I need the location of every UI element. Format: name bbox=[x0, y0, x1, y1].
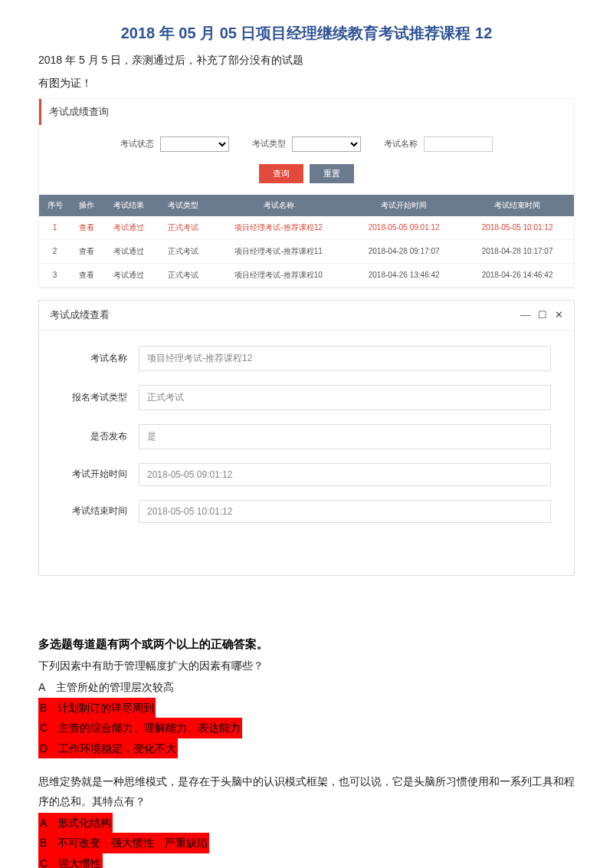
table-cell: 3 bbox=[39, 263, 70, 287]
table-cell: 2018-04-28 10:17:07 bbox=[461, 239, 574, 263]
question-text: 思维定势就是一种思维模式，是存在于头脑中的认识模式框架，也可以说，它是头脑所习惯… bbox=[38, 772, 575, 810]
table-row[interactable]: 3查看考试通过正式考试项目经理考试-推荐课程102018-04-26 13:46… bbox=[39, 263, 574, 287]
detail-label: 考试结束时间 bbox=[62, 505, 139, 518]
results-table: 序号操作考试结果考试类型考试名称考试开始时间考试结束时间 1查看考试通过正式考试… bbox=[39, 195, 574, 288]
intro-line-1: 2018 年 5 月 5 日，亲测通过后，补充了部分没有的试题 bbox=[38, 51, 575, 68]
detail-row: 考试开始时间2018-05-05 09:01:12 bbox=[62, 463, 551, 486]
table-cell: 1 bbox=[39, 216, 70, 240]
detail-value: 2018-05-05 09:01:12 bbox=[139, 463, 551, 486]
table-row[interactable]: 2查看考试通过正式考试项目经理考试-推荐课程112018-04-28 09:17… bbox=[39, 239, 574, 263]
detail-row: 报名考试类型正式考试 bbox=[62, 385, 551, 410]
table-cell: 考试通过 bbox=[102, 239, 156, 263]
page-title: 2018 年 05 月 05 日项目经理继续教育考试推荐课程 12 bbox=[38, 23, 575, 44]
view-link[interactable]: 查看 bbox=[70, 239, 102, 263]
maximize-icon[interactable]: ☐ bbox=[538, 309, 547, 321]
view-link[interactable]: 查看 bbox=[70, 263, 102, 287]
detail-row: 是否发布是 bbox=[62, 424, 551, 449]
detail-value: 2018-05-05 10:01:12 bbox=[139, 500, 551, 523]
table-cell: 2018-05-05 10:01:12 bbox=[461, 216, 574, 240]
query-button[interactable]: 查询 bbox=[259, 164, 303, 183]
table-header: 考试结果 bbox=[102, 195, 156, 216]
table-cell: 正式考试 bbox=[156, 216, 209, 240]
detail-value: 项目经理考试-推荐课程12 bbox=[139, 346, 551, 371]
answer-option: D 工作环境稳定，变化不大 bbox=[38, 738, 178, 759]
detail-row: 考试名称项目经理考试-推荐课程12 bbox=[62, 346, 551, 371]
table-cell: 项目经理考试-推荐课程11 bbox=[210, 239, 347, 263]
question-text: 下列因素中有助于管理幅度扩大的因素有哪些？ bbox=[38, 656, 575, 676]
table-header: 考试结束时间 bbox=[461, 195, 574, 216]
table-cell: 项目经理考试-推荐课程10 bbox=[210, 263, 347, 287]
table-row[interactable]: 1查看考试通过正式考试项目经理考试-推荐课程122018-05-05 09:01… bbox=[39, 216, 574, 240]
minimize-icon[interactable]: — bbox=[520, 309, 530, 321]
type-label: 考试类型 bbox=[252, 138, 286, 150]
section-heading: 多选题每道题有两个或两个以上的正确答案。 bbox=[38, 637, 575, 652]
status-label: 考试状态 bbox=[120, 138, 154, 150]
close-icon[interactable]: ✕ bbox=[555, 309, 563, 321]
reset-button[interactable]: 重置 bbox=[310, 164, 354, 183]
intro-line-2: 有图为证！ bbox=[38, 74, 575, 91]
detail-panel: 考试成绩查看 — ☐ ✕ 考试名称项目经理考试-推荐课程12报名考试类型正式考试… bbox=[38, 300, 575, 576]
detail-label: 考试名称 bbox=[62, 352, 139, 365]
type-select[interactable] bbox=[292, 136, 361, 152]
detail-row: 考试结束时间2018-05-05 10:01:12 bbox=[62, 500, 551, 523]
table-cell: 2 bbox=[39, 239, 70, 263]
answer-option: B 不可改变 强大惯性 严重缺陷 bbox=[38, 833, 209, 853]
table-cell: 正式考试 bbox=[156, 239, 209, 263]
view-link[interactable]: 查看 bbox=[70, 216, 102, 240]
results-panel-title: 考试成绩查询 bbox=[39, 99, 574, 125]
table-cell: 正式考试 bbox=[156, 263, 209, 287]
answer-option: A 主管所处的管理层次较高 bbox=[38, 681, 174, 693]
table-cell: 考试通过 bbox=[102, 263, 156, 287]
results-panel: 考试成绩查询 考试状态 考试类型 考试名称 查询 重置 序号操作考试结果考试类型… bbox=[38, 98, 575, 288]
answer-option: A 形式化结构 bbox=[38, 813, 113, 833]
status-select[interactable] bbox=[160, 136, 229, 152]
table-cell: 2018-04-26 13:46:42 bbox=[347, 263, 461, 287]
table-header: 序号 bbox=[39, 195, 70, 216]
table-cell: 项目经理考试-推荐课程12 bbox=[210, 216, 347, 240]
detail-value: 正式考试 bbox=[139, 385, 551, 410]
table-cell: 2018-05-05 09:01:12 bbox=[347, 216, 461, 240]
table-cell: 考试通过 bbox=[102, 216, 156, 240]
search-filters: 考试状态 考试类型 考试名称 bbox=[39, 125, 574, 158]
detail-panel-title: 考试成绩查看 bbox=[50, 308, 110, 322]
table-cell: 2018-04-28 09:17:07 bbox=[347, 239, 461, 263]
name-input[interactable] bbox=[424, 136, 493, 152]
detail-label: 报名考试类型 bbox=[62, 391, 139, 404]
answer-option: C 主管的综合能力、理解能力、表达能力 bbox=[38, 718, 242, 738]
answer-option: C 强大惯性 bbox=[38, 853, 103, 868]
answer-option: B 计划制订的详尽周到 bbox=[38, 698, 156, 718]
table-cell: 2018-04-26 14:46:42 bbox=[461, 263, 574, 287]
detail-value: 是 bbox=[139, 424, 551, 449]
detail-label: 考试开始时间 bbox=[62, 468, 139, 481]
detail-label: 是否发布 bbox=[62, 430, 139, 443]
table-header: 操作 bbox=[70, 195, 102, 216]
table-header: 考试开始时间 bbox=[347, 195, 461, 216]
name-label: 考试名称 bbox=[384, 138, 418, 150]
table-header: 考试类型 bbox=[156, 195, 209, 216]
table-header: 考试名称 bbox=[210, 195, 347, 216]
